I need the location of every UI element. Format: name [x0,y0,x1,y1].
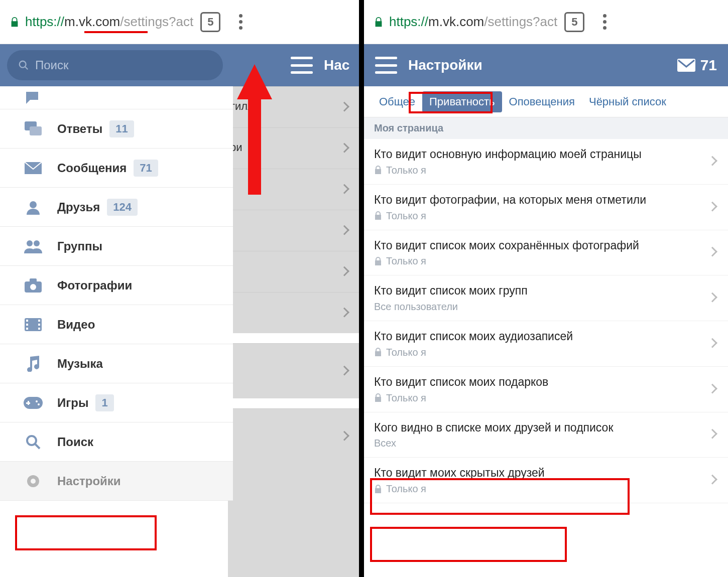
svg-rect-9 [30,278,37,282]
browser-menu-icon[interactable] [230,14,251,30]
bg-row[interactable] [228,408,359,464]
gamepad-icon [23,397,43,409]
message-count-value: 71 [700,57,717,74]
film-icon [23,318,43,331]
privacy-item[interactable]: Кого видно в списке моих друзей и подпис… [364,412,728,458]
sidebar-item-label: Настройки [57,474,121,488]
privacy-item-value: Все пользователи [374,301,698,313]
privacy-item[interactable]: Кто видит список моих подарковТолько я [364,367,728,412]
privacy-item[interactable]: Кто видит моих скрытых друзейТолько я [364,458,728,503]
privacy-item[interactable]: Кто видит список моих группВсе пользоват… [364,275,728,321]
sidebar-item-messages[interactable]: Сообщения 71 [0,149,233,188]
sidebar-item-label: Видео [57,318,95,332]
svg-point-10 [30,284,36,290]
privacy-item[interactable]: Кто видит список моих сохранённых фотогр… [364,230,728,276]
svg-line-1 [25,67,28,70]
privacy-item[interactable]: Кто видит фотографии, на которых меня от… [364,185,728,230]
sidebar-item-replies[interactable]: Ответы 11 [0,109,233,149]
svg-rect-14 [26,328,28,330]
privacy-item-value: Только я [374,483,698,495]
camera-icon [23,278,43,293]
search-input[interactable]: Поиск [7,50,223,80]
chevron-right-icon [707,247,717,257]
svg-point-7 [34,240,40,246]
privacy-item-title: Кто видит список моих групп [374,283,698,298]
privacy-item-title: Кто видит моих скрытых друзей [374,466,698,480]
privacy-item-value: Только я [374,347,698,358]
page-title: Настройки [408,57,482,73]
chevron-right-icon [707,338,717,348]
privacy-item-title: Кого видно в списке моих друзей и подпис… [374,420,698,435]
privacy-item[interactable]: Кто видит список моих аудиозаписейТолько… [364,321,728,367]
sidebar-item-photos[interactable]: Фотографии [0,266,233,305]
tab-privacy[interactable]: Приватность [422,91,502,112]
sidebar-item-top[interactable] [0,86,233,109]
browser-menu-icon[interactable] [594,14,615,30]
chevron-right-icon [707,293,717,303]
privacy-item-title: Кто видит список моих сохранённых фотогр… [374,238,698,253]
count-badge: 1 [95,394,113,411]
replies-icon [23,121,43,136]
bg-row[interactable]: тилл [228,86,359,127]
bg-row[interactable]: ри [228,127,359,169]
menu-icon[interactable] [291,57,313,74]
left-screenshot: https://m.vk.com/settings?act 5 Поиск На… [0,0,364,577]
lock-icon [374,211,382,220]
sidebar-item-friends[interactable]: Друзья 124 [0,188,233,227]
browser-addressbar: https://m.vk.com/settings?act 5 [0,0,359,44]
svg-point-21 [36,400,38,402]
sidebar-item-label: Группы [57,239,102,253]
tab-count-button[interactable]: 5 [564,12,584,32]
tab-general[interactable]: Общее [372,91,422,112]
svg-line-24 [35,444,40,449]
sidebar-item-label: Сообщения [57,161,127,175]
privacy-item-value: Только я [374,210,698,222]
sidebar-item-label: Фотографии [57,278,132,293]
bg-row[interactable] [228,210,359,251]
chevron-right-icon [707,383,717,393]
sidebar-item-search[interactable]: Поиск [0,422,233,462]
privacy-item-value: Только я [374,392,698,404]
privacy-item-value: Всех [374,438,698,449]
lock-icon [374,348,382,357]
sidebar-item-label: Друзья [57,200,100,214]
chevron-right-icon [707,156,717,166]
tab-blacklist[interactable]: Чёрный список [582,91,673,112]
lock-icon [374,166,382,175]
sidebar-item-settings[interactable]: Настройки [0,462,233,501]
chevron-right-icon [707,475,717,485]
sidebar-item-video[interactable]: Видео [0,305,233,344]
bg-row[interactable] [228,343,359,398]
sidebar-item-games[interactable]: Игры 1 [0,383,233,422]
annotation-underline [84,31,148,33]
gear-icon [23,474,43,489]
sidebar-item-music[interactable]: Музыка [0,344,233,383]
url-text[interactable]: https://m.vk.com/settings?act [25,14,193,30]
svg-point-0 [20,61,26,68]
privacy-item-title: Кто видит список моих подарков [374,375,698,389]
svg-rect-3 [30,126,42,135]
bg-row[interactable] [228,292,359,333]
bg-row[interactable] [228,251,359,292]
privacy-item[interactable]: Кто видит основную информацию моей стран… [364,139,728,185]
envelope-icon [677,59,695,72]
tab-notifications[interactable]: Оповещения [502,91,582,112]
privacy-item-title: Кто видит список моих аудиозаписей [374,329,698,344]
message-counter[interactable]: 71 [677,57,717,74]
bg-row[interactable] [228,169,359,210]
menu-icon[interactable] [375,57,397,74]
svg-point-22 [38,403,40,405]
url-text[interactable]: https://m.vk.com/settings?act [389,14,557,30]
lock-icon [374,393,382,402]
svg-point-5 [30,201,37,208]
tab-count-button[interactable]: 5 [200,12,220,32]
vk-header: Поиск Нас [0,44,359,86]
sidebar-item-groups[interactable]: Группы [0,227,233,266]
lock-icon [374,257,382,266]
sidebar-item-label: Поиск [57,435,93,449]
svg-rect-12 [26,320,28,322]
chevron-right-icon [707,201,717,211]
bubble-icon [23,91,43,105]
envelope-icon [23,162,43,174]
svg-rect-13 [26,324,28,326]
